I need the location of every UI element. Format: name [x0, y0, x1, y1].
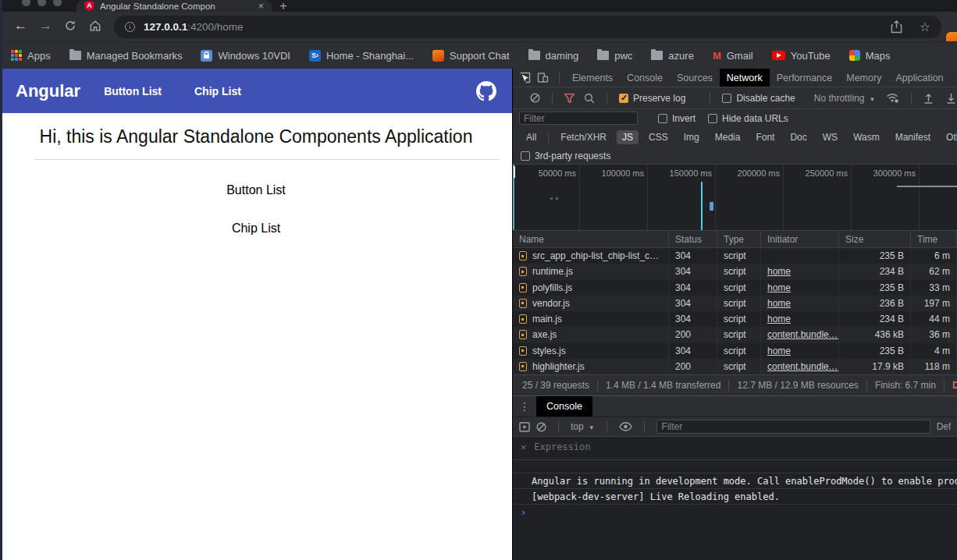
app-brand[interactable]: Angular [16, 81, 80, 101]
tab-network[interactable]: Network [720, 69, 770, 87]
request-initiator-link[interactable]: home [761, 280, 839, 296]
table-row[interactable]: axe.js 200 script content.bundle.… 436 k… [513, 327, 957, 342]
export-har-icon[interactable] [946, 93, 956, 104]
table-row[interactable]: vendor.js 304 script home 236 B 197 m [513, 296, 957, 311]
github-icon[interactable] [476, 81, 496, 101]
device-toolbar-icon[interactable] [537, 72, 549, 83]
site-info-icon[interactable]: i [125, 22, 135, 32]
filter-type-css[interactable]: CSS [643, 130, 674, 144]
expression-placeholder[interactable]: Expression [534, 441, 590, 459]
bookmark-star-icon[interactable]: ☆ [920, 19, 930, 34]
filter-funnel-icon[interactable] [564, 94, 575, 103]
filter-type-img[interactable]: Img [678, 130, 705, 144]
network-conditions-icon[interactable] [886, 93, 899, 103]
bookmark-apps[interactable]: Apps [11, 50, 51, 62]
bookmark-folder-azure[interactable]: azure [651, 50, 694, 62]
filter-type-fetch[interactable]: Fetch/XHR [555, 130, 612, 144]
link-chip-list[interactable]: Chip List [0, 222, 512, 236]
network-filter-input[interactable] [519, 112, 638, 125]
home-icon[interactable] [89, 19, 101, 32]
tab-elements[interactable]: Elements [565, 69, 620, 87]
zoom-window-button[interactable] [53, 0, 62, 6]
filter-type-font[interactable]: Font [750, 130, 780, 144]
bookmark-folder-daming[interactable]: daming [528, 50, 579, 62]
filter-type-manifest[interactable]: Manifest [890, 130, 936, 144]
column-name[interactable]: Name [513, 231, 669, 247]
drawer-tab-console[interactable]: Console [536, 396, 592, 417]
tab-sources[interactable]: Sources [670, 69, 720, 87]
close-expression-icon[interactable]: ✕ [521, 441, 526, 459]
minimize-window-button[interactable] [37, 0, 46, 6]
tab-application[interactable]: Application [888, 69, 950, 87]
bookmark-gmail[interactable]: M Gmail [713, 50, 753, 62]
console-context-dropdown[interactable]: top▼ [571, 421, 595, 432]
request-initiator-link[interactable]: content.bundle.… [761, 327, 839, 342]
filter-type-all[interactable]: All [521, 130, 542, 144]
back-icon[interactable]: ← [14, 18, 27, 34]
script-file-icon [519, 299, 527, 308]
filter-type-js[interactable]: JS [617, 130, 639, 144]
bookmark-support-chat[interactable]: Support Chat [432, 50, 510, 62]
request-initiator-link[interactable]: home [761, 264, 839, 279]
network-overview-timeline[interactable]: 50000 ms 100000 ms 150000 ms 200000 ms 2… [513, 165, 957, 231]
link-button-list[interactable]: Button List [0, 183, 512, 197]
bookmark-windows10vdi[interactable]: Windows 10VDI [201, 50, 290, 62]
request-initiator-link[interactable]: home [761, 296, 839, 311]
preserve-log-checkbox[interactable]: Preserve log [619, 93, 685, 104]
eye-icon[interactable] [619, 422, 632, 431]
table-row[interactable]: runtime.js 304 script home 234 B 62 m [513, 264, 957, 279]
column-type[interactable]: Type [717, 231, 761, 247]
column-size[interactable]: Size [839, 231, 911, 247]
console-sidebar-icon[interactable] [519, 422, 530, 432]
bookmark-home-shanghai[interactable]: S› Home - Shanghai... [309, 50, 414, 62]
hide-data-urls-checkbox[interactable]: Hide data URLs [708, 113, 788, 124]
log-levels-dropdown[interactable]: Def [937, 421, 951, 432]
filter-type-wasm[interactable]: Wasm [848, 130, 885, 144]
bookmark-folder-pwc[interactable]: pwc [597, 50, 632, 62]
third-party-checkbox[interactable]: 3rd-party requests [521, 151, 610, 161]
bookmark-managed[interactable]: Managed Bookmarks [69, 50, 183, 62]
bookmark-youtube[interactable]: YouTube [772, 50, 831, 62]
bookmark-maps[interactable]: Maps [849, 50, 891, 62]
address-bar[interactable]: i 127.0.0.1:4200/home ☆ [114, 16, 941, 38]
request-initiator-link[interactable]: content.bundle.… [761, 359, 839, 374]
disable-cache-checkbox[interactable]: Disable cache [722, 93, 795, 104]
column-time[interactable]: Time [911, 231, 957, 247]
table-row[interactable]: src_app_chip-list_chip-list_com… 304 scr… [513, 248, 957, 264]
table-row[interactable]: styles.js 304 script home 235 B 4 m [513, 343, 957, 359]
close-window-button[interactable] [22, 0, 30, 6]
filter-type-doc[interactable]: Doc [784, 130, 812, 144]
inspect-element-icon[interactable] [519, 72, 531, 83]
kebab-menu-icon[interactable]: ⋮ [519, 400, 530, 413]
tab-console[interactable]: Console [620, 69, 670, 87]
table-row[interactable]: main.js 304 script home 234 B 44 m [513, 311, 957, 327]
filter-type-other[interactable]: Other [941, 130, 957, 144]
nav-chip-list[interactable]: Chip List [194, 85, 241, 97]
filter-type-ws[interactable]: WS [817, 130, 843, 144]
request-initiator-link[interactable]: home [761, 311, 839, 327]
tab-performance[interactable]: Performance [770, 69, 840, 87]
console-prompt[interactable]: › [513, 504, 957, 521]
tab-close-icon[interactable]: × [258, 0, 264, 12]
import-har-icon[interactable] [923, 93, 934, 104]
reload-icon[interactable] [64, 19, 76, 32]
column-status[interactable]: Status [669, 231, 717, 247]
request-initiator-link[interactable]: home [761, 343, 839, 359]
checkbox-icon [708, 114, 717, 123]
nav-button-list[interactable]: Button List [104, 85, 162, 97]
console-filter-input[interactable] [656, 420, 930, 434]
invert-checkbox[interactable]: Invert [658, 113, 696, 124]
clear-icon[interactable] [530, 93, 540, 103]
forward-icon[interactable]: → [39, 18, 52, 34]
share-icon[interactable] [891, 20, 902, 34]
filter-type-media[interactable]: Media [710, 130, 746, 144]
tab-memory[interactable]: Memory [839, 69, 888, 87]
tab-title: Angular Standalone Compon [100, 2, 252, 11]
column-initiator[interactable]: Initiator [761, 231, 839, 247]
table-row[interactable]: polyfills.js 304 script home 235 B 33 m [513, 280, 957, 296]
search-icon[interactable] [584, 93, 595, 104]
throttling-dropdown[interactable]: No throttling▼ [814, 93, 876, 104]
browser-tab[interactable]: A Angular Standalone Compon × [76, 0, 272, 12]
clear-console-icon[interactable] [536, 422, 546, 432]
table-row[interactable]: highlighter.js 200 script content.bundle… [513, 359, 957, 374]
